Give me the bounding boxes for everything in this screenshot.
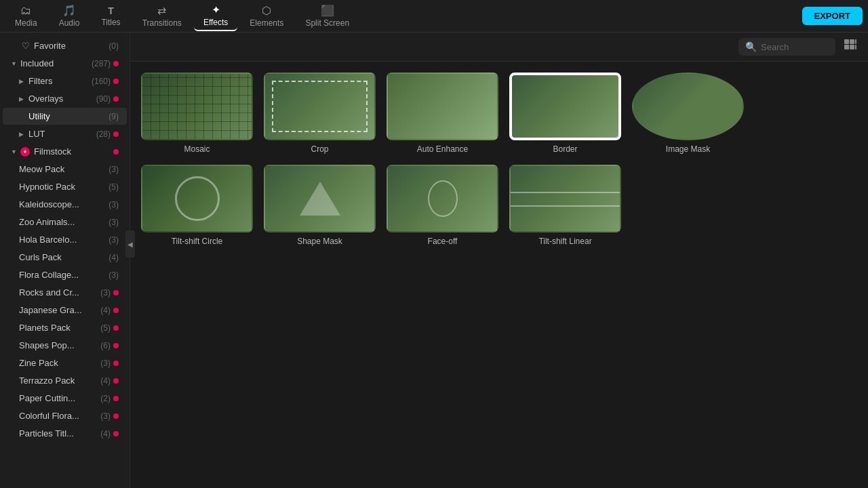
effect-card-mosaic[interactable]: Mosaic: [141, 73, 253, 154]
effect-thumb-border: [509, 73, 621, 140]
content-area: ◀ 🔍 Mosaic: [130, 33, 868, 488]
effect-thumb-tilt-shift-circle: [141, 165, 253, 232]
sidebar-item-colorful-flora[interactable]: Colorful Flora... (3): [3, 407, 127, 424]
sidebar-item-japanese[interactable]: Japanese Gra... (4): [3, 302, 127, 319]
media-icon: 🗂: [20, 5, 31, 17]
effect-label-face-off: Face-off: [428, 237, 458, 246]
sidebar-item-included[interactable]: ▼ Included (287): [3, 55, 127, 72]
export-button[interactable]: EXPORT: [802, 7, 863, 25]
nav-effects[interactable]: ✦ Effects: [194, 1, 237, 31]
sidebar-item-hypnotic-pack[interactable]: Hypnotic Pack (5): [3, 178, 127, 195]
nav-audio[interactable]: 🎵 Audio: [50, 1, 90, 31]
sidebar-collapse-button[interactable]: ◀: [130, 230, 135, 258]
sidebar-item-filters[interactable]: ▶ Filters (160): [3, 73, 127, 89]
sidebar-colorful-count: (3): [100, 411, 111, 421]
sidebar-rocks-label: Rocks and Cr...: [19, 287, 98, 298]
search-box[interactable]: 🔍: [738, 38, 835, 56]
effect-label-auto-enhance: Auto Enhance: [417, 144, 468, 154]
search-icon: 🔍: [745, 41, 757, 52]
sidebar-item-planets-pack[interactable]: Planets Pack (5): [3, 319, 127, 336]
nav-titles[interactable]: T Titles: [92, 1, 130, 31]
sidebar-overlays-count: (90): [96, 94, 111, 104]
effect-card-border[interactable]: Border: [509, 73, 621, 154]
filters-new-dot: [113, 79, 119, 84]
nav-elements[interactable]: ⬡ Elements: [240, 1, 293, 31]
sidebar-collapse-icon: ◀: [130, 241, 133, 248]
sidebar-item-favorite[interactable]: ♡ Favorite (0): [3, 37, 127, 54]
sidebar-item-filmstock[interactable]: ▼ ● Filmstock: [3, 143, 127, 160]
sidebar-included-label: Included: [20, 58, 89, 68]
overlays-expand-icon: ▶: [19, 96, 26, 102]
effect-label-mosaic: Mosaic: [184, 144, 210, 154]
sidebar-item-particles-titl[interactable]: Particles Titl... (4): [3, 425, 127, 442]
zine-new-dot: [113, 361, 119, 366]
sidebar-hypnotic-pack-count: (5): [108, 182, 119, 192]
effect-card-tilt-shift-circle[interactable]: Tilt-shift Circle: [141, 165, 253, 246]
shapes-new-dot: [113, 343, 119, 348]
sidebar-item-zoo-animals[interactable]: Zoo Animals... (3): [3, 214, 127, 230]
sidebar-kaleidoscope-count: (3): [108, 200, 119, 209]
japanese-new-dot: [113, 308, 119, 313]
svg-rect-3: [850, 45, 854, 49]
effect-card-auto-enhance[interactable]: Auto Enhance: [387, 73, 498, 154]
filters-expand-icon: ▶: [19, 78, 26, 85]
filmstock-expand-icon: ▼: [11, 148, 18, 155]
audio-icon: 🎵: [62, 4, 76, 17]
sidebar-flora-collage-count: (3): [108, 270, 119, 280]
effect-card-face-off[interactable]: Face-off: [387, 165, 498, 246]
titles-icon: T: [108, 5, 114, 16]
sidebar-item-curls-pack[interactable]: Curls Pack (4): [3, 249, 127, 266]
sidebar-item-lut[interactable]: ▶ LUT (28): [3, 125, 127, 142]
svg-rect-1: [850, 39, 854, 44]
effect-card-crop[interactable]: Crop: [264, 73, 376, 154]
sidebar-curls-pack-label: Curls Pack: [19, 252, 106, 262]
included-new-dot: [113, 61, 119, 66]
sidebar-item-flora-collage[interactable]: Flora Collage... (3): [3, 266, 127, 283]
nav-split-screen[interactable]: ⬛ Split Screen: [296, 1, 359, 31]
effect-label-shape-mask: Shape Mask: [297, 237, 342, 246]
sidebar-japanese-label: Japanese Gra...: [19, 305, 98, 315]
search-input[interactable]: [761, 42, 829, 52]
effect-card-shape-mask[interactable]: Shape Mask: [264, 165, 376, 246]
effect-card-tilt-shift-linear[interactable]: Tilt-shift Linear: [509, 165, 621, 246]
sidebar-particles-label: Particles Titl...: [19, 428, 98, 439]
sidebar-meow-pack-label: Meow Pack: [19, 164, 106, 174]
nav-media[interactable]: 🗂 Media: [5, 1, 47, 31]
sidebar-item-paper-cuttin[interactable]: Paper Cuttin... (2): [3, 390, 127, 407]
terrazzo-new-dot: [113, 378, 119, 384]
content-header: 🔍: [130, 33, 868, 62]
nav-elements-label: Elements: [250, 18, 283, 28]
sidebar-lut-count: (28): [96, 129, 111, 139]
nav-titles-label: Titles: [101, 18, 120, 27]
effect-card-image-mask[interactable]: Image Mask: [632, 73, 744, 154]
sidebar-item-zine-pack[interactable]: Zine Pack (3): [3, 354, 127, 371]
sidebar-item-kaleidoscope[interactable]: Kaleidoscope... (3): [3, 196, 127, 213]
grid-toggle-button[interactable]: [844, 39, 857, 56]
included-expand-icon: ▼: [11, 60, 18, 67]
svg-rect-0: [844, 39, 849, 44]
filmstock-dot-icon: ●: [20, 147, 30, 157]
effect-label-crop: Crop: [311, 144, 328, 154]
nav-transitions[interactable]: ⇄ Transitions: [133, 1, 191, 31]
sidebar-overlays-label: Overlays: [28, 94, 94, 104]
sidebar-item-shapes-pop[interactable]: Shapes Pop... (6): [3, 337, 127, 354]
filmstock-new-dot: [113, 149, 119, 155]
main-layout: ♡ Favorite (0) ▼ Included (287) ▶ Filter…: [0, 33, 868, 488]
sidebar-item-overlays[interactable]: ▶ Overlays (90): [3, 90, 127, 107]
sidebar-paper-label: Paper Cuttin...: [19, 393, 98, 403]
svg-rect-5: [855, 45, 856, 49]
sidebar-item-terrazzo[interactable]: Terrazzo Pack (4): [3, 372, 127, 389]
sidebar-colorful-label: Colorful Flora...: [19, 411, 98, 421]
sidebar-shapes-label: Shapes Pop...: [19, 340, 98, 350]
sidebar-item-hola-barcelona[interactable]: Hola Barcelo... (3): [3, 231, 127, 248]
effect-thumb-tilt-shift-linear: [509, 165, 621, 232]
sidebar-item-meow-pack[interactable]: Meow Pack (3): [3, 161, 127, 178]
sidebar-zine-count: (3): [100, 359, 111, 368]
sidebar-item-rocks-and-cr[interactable]: Rocks and Cr... (3): [3, 284, 127, 301]
nav-transitions-label: Transitions: [142, 18, 182, 28]
effects-grid: Mosaic Crop Auto Enhance Border Image Ma…: [130, 62, 868, 488]
sidebar-item-utility[interactable]: Utility (9): [3, 108, 127, 125]
lut-expand-icon: ▶: [19, 131, 26, 138]
transitions-icon: ⇄: [157, 4, 166, 17]
sidebar-shapes-count: (6): [100, 341, 111, 350]
